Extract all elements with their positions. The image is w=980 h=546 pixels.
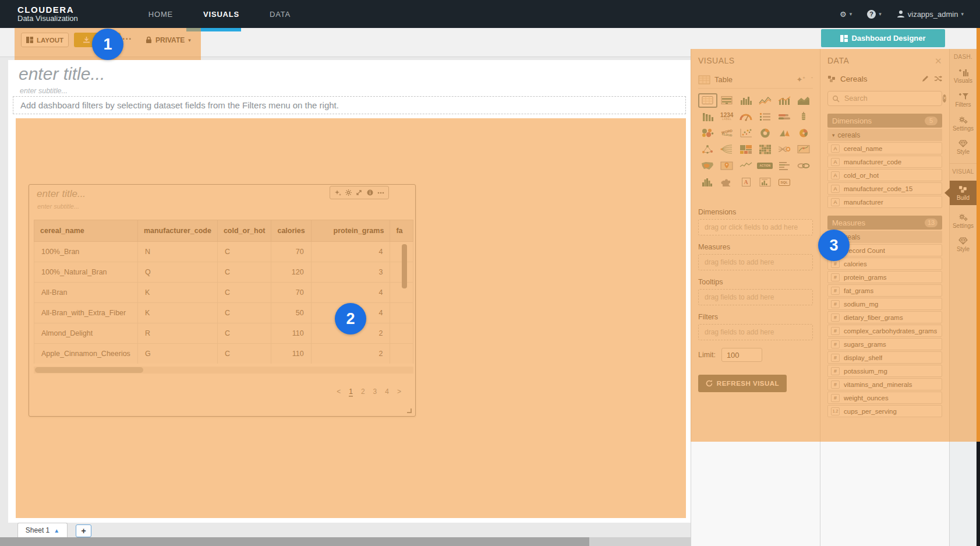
arrow-triangles-visual-icon[interactable] bbox=[774, 126, 794, 140]
field-sodium-mg[interactable]: #sodium_mg bbox=[827, 298, 942, 310]
crosstab-visual-icon[interactable] bbox=[717, 93, 737, 108]
visual-type-selector[interactable]: Table ✦+ˇ bbox=[698, 71, 813, 89]
help-menu[interactable]: ?▾ bbox=[867, 10, 882, 19]
combined-bar-line-visual-icon[interactable] bbox=[774, 93, 794, 108]
field-complex-carbohydrates-grams[interactable]: #complex_carbohydrates_grams bbox=[827, 325, 942, 337]
field-fat-grams[interactable]: #fat_grams bbox=[827, 284, 942, 297]
table-vertical-scrollbar[interactable] bbox=[402, 244, 407, 288]
field-manufacturer[interactable]: Amanufacturer bbox=[827, 196, 942, 208]
scatter-visual-icon[interactable] bbox=[737, 126, 756, 140]
table-visual-widget[interactable]: enter title... enter subtitle... cereal_… bbox=[29, 184, 416, 417]
field-manufacturer-code[interactable]: Amanufacturer_code bbox=[827, 156, 942, 168]
visual-title-input[interactable]: enter title... bbox=[37, 188, 86, 200]
leaderboard-visual-icon[interactable] bbox=[774, 158, 794, 173]
magic-sparkle-icon[interactable]: ✦+ bbox=[796, 75, 805, 84]
areas-visual-icon[interactable] bbox=[794, 93, 813, 108]
field-vitamins-and-minerals[interactable]: #vitamins_and_minerals bbox=[827, 378, 942, 390]
sparkline-visual-icon[interactable] bbox=[737, 158, 756, 173]
limit-input[interactable] bbox=[721, 348, 762, 362]
shelf-dropzone[interactable]: drag fields to add here bbox=[698, 324, 813, 340]
sql-visual-visual-icon[interactable]: SQL bbox=[774, 175, 794, 189]
links-visual-icon[interactable] bbox=[794, 158, 813, 173]
rich-text-visual-icon[interactable]: A bbox=[737, 175, 756, 189]
treemap-visual-icon[interactable] bbox=[737, 142, 756, 157]
dashboard-title-input[interactable]: enter title... bbox=[19, 64, 105, 84]
column-header[interactable]: manufacturer_code bbox=[137, 220, 217, 242]
dashboard-filterbar[interactable]: Add dashboard filters by selecting datas… bbox=[13, 96, 686, 114]
column-header[interactable]: fa bbox=[390, 220, 413, 242]
nav-item-data[interactable]: DATA bbox=[254, 10, 306, 19]
dimensions-group-toggle[interactable]: ▾cereals bbox=[827, 129, 942, 141]
donut-visual-icon[interactable] bbox=[755, 126, 774, 140]
dendrogram-visual-icon[interactable] bbox=[717, 142, 737, 157]
shelf-dropzone[interactable]: drag fields to add here bbox=[698, 289, 813, 305]
add-sheet-button[interactable]: + bbox=[76, 524, 91, 537]
more-icon[interactable] bbox=[377, 192, 384, 194]
edit-pencil-icon[interactable] bbox=[922, 75, 929, 82]
field-display-shelf[interactable]: #display_shelf bbox=[827, 351, 942, 364]
lines-visual-icon[interactable] bbox=[755, 93, 774, 108]
column-header[interactable]: cereal_name bbox=[34, 220, 138, 242]
widget-resize-handle[interactable] bbox=[407, 408, 412, 413]
action-button-visual-icon[interactable]: ACTION bbox=[755, 158, 774, 173]
layout-button[interactable]: LAYOUT bbox=[21, 33, 69, 47]
parallel-flow-visual-icon[interactable] bbox=[774, 142, 794, 157]
field-protein-grams[interactable]: #protein_grams bbox=[827, 271, 942, 283]
user-menu[interactable]: vizapps_admin▾ bbox=[897, 10, 964, 19]
shelf-dropzone[interactable]: drag fields to add here bbox=[698, 254, 813, 270]
field-manufacturer-code-15[interactable]: Amanufacturer_code_15 bbox=[827, 182, 942, 195]
dimensions-header[interactable]: Dimensions5 bbox=[827, 114, 942, 128]
table-visual-icon[interactable] bbox=[698, 93, 717, 108]
expand-icon[interactable] bbox=[356, 189, 362, 196]
refresh-visual-button[interactable]: REFRESH VISUAL bbox=[698, 375, 787, 392]
field-sugars-grams[interactable]: #sugars_grams bbox=[827, 338, 942, 350]
column-header[interactable]: protein_grams bbox=[311, 220, 390, 242]
search-input[interactable] bbox=[843, 94, 939, 103]
field-dietary-fiber-grams[interactable]: #dietary_fiber_grams bbox=[827, 311, 942, 323]
field-calories[interactable]: #calories bbox=[827, 258, 942, 270]
field-potassium-mg[interactable]: #potassium_mg bbox=[827, 365, 942, 377]
dashboard-subtitle-input[interactable]: enter subtitle... bbox=[20, 87, 68, 95]
correlation-heatmap-visual-icon[interactable] bbox=[755, 142, 774, 157]
network-visual-icon[interactable] bbox=[698, 142, 717, 157]
field-weight-ounces[interactable]: #weight_ounces bbox=[827, 392, 942, 404]
gear-icon[interactable] bbox=[345, 189, 352, 196]
nav-item-visuals[interactable]: VISUALS bbox=[188, 10, 254, 19]
map-detail-visual-icon[interactable] bbox=[794, 142, 813, 157]
sidebar-item-style[interactable]: Style bbox=[950, 140, 977, 155]
field-cold-or-hot[interactable]: Acold_or_hot bbox=[827, 169, 942, 181]
funnel-cylinder-visual-icon[interactable] bbox=[794, 110, 813, 124]
grouped-bars-visual-icon[interactable] bbox=[737, 93, 756, 108]
page-2[interactable]: 2 bbox=[361, 388, 365, 397]
sparkle-icon[interactable] bbox=[334, 189, 341, 196]
packed-bars-visual-icon[interactable] bbox=[774, 110, 794, 124]
page-prev[interactable]: < bbox=[337, 388, 341, 397]
nav-item-home[interactable]: HOME bbox=[133, 10, 188, 19]
packed-bubbles-visual-icon[interactable] bbox=[698, 126, 717, 140]
sidebar-item-settings[interactable]: Settings bbox=[950, 116, 977, 132]
clear-search-icon[interactable]: × bbox=[943, 94, 946, 103]
close-icon[interactable]: ✕ bbox=[935, 57, 942, 65]
page-hscroll-thumb[interactable] bbox=[0, 537, 589, 546]
color-wheel-visual-icon[interactable] bbox=[794, 126, 813, 140]
dashboard-designer-button[interactable]: Dashboard Designer bbox=[821, 29, 945, 47]
sidebar-item-visuals[interactable]: Visuals bbox=[950, 68, 977, 84]
column-header[interactable]: cold_or_hot bbox=[217, 220, 271, 242]
table-hscroll-thumb[interactable] bbox=[35, 367, 143, 373]
info-icon[interactable] bbox=[367, 189, 373, 196]
page-1[interactable]: 1 bbox=[349, 388, 353, 397]
shuffle-icon[interactable] bbox=[934, 75, 942, 82]
field-cups-per-serving[interactable]: 1.2cups_per_serving bbox=[827, 405, 942, 417]
page-4[interactable]: 4 bbox=[385, 388, 389, 397]
extension-visual-icon[interactable] bbox=[717, 175, 737, 189]
choropleth-map-visual-icon[interactable] bbox=[698, 158, 717, 173]
private-dropdown[interactable]: PRIVATE▾ bbox=[146, 33, 191, 47]
histogram-visual-icon[interactable] bbox=[698, 175, 717, 189]
sidebar-item-style[interactable]: Style bbox=[950, 237, 977, 252]
sidebar-item-filters[interactable]: Filters bbox=[950, 92, 977, 108]
bullet-list-visual-icon[interactable] bbox=[755, 110, 774, 124]
chevron-down-icon[interactable]: ˇ bbox=[811, 76, 813, 82]
measures-header[interactable]: Measures13 bbox=[827, 216, 942, 230]
kpi-visual-icon[interactable]: 1234LABEL bbox=[717, 110, 737, 124]
stacked-bars-visual-icon[interactable] bbox=[698, 110, 717, 124]
